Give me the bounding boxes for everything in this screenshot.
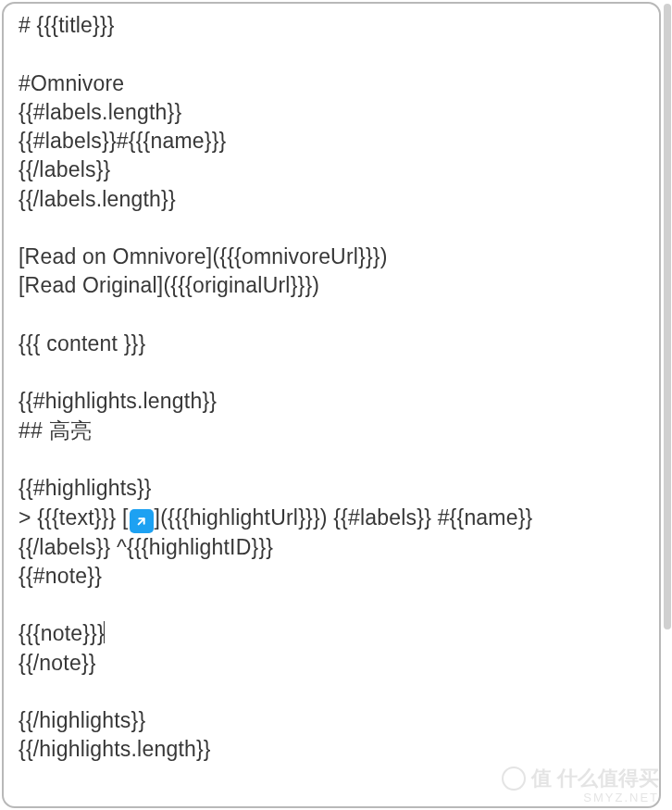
template-line: #Omnivore [19, 71, 124, 95]
template-line: {{#labels}}#{{{name}}} [19, 129, 226, 153]
template-line: {{/labels}} [19, 157, 110, 181]
template-line: ## 高亮 [19, 418, 92, 442]
template-editor-box: # {{{title}}} #Omnivore {{#labels.length… [2, 2, 661, 808]
template-line: [Read Original]({{{originalUrl}}}) [19, 273, 319, 297]
link-arrow-icon [130, 509, 154, 533]
template-text: ]({{{highlightUrl}}}) {{#labels}} #{{nam… [155, 505, 533, 530]
scrollbar-track[interactable] [664, 4, 671, 806]
template-line: {{#note}} [19, 564, 102, 588]
template-line: {{/labels.length}} [19, 187, 176, 211]
template-line: {{/highlights.length}} [19, 737, 211, 761]
template-textarea[interactable]: # {{{title}}} #Omnivore {{#labels.length… [4, 4, 659, 806]
template-line: {{#highlights}} [19, 476, 152, 500]
template-line: {{/note}} [19, 651, 96, 675]
template-line: [Read on Omnivore]({{{omnivoreUrl}}}) [19, 244, 388, 268]
text-cursor [104, 621, 105, 643]
template-line: {{/labels}} ^{{{highlightID}}} [19, 535, 273, 559]
template-line: {{{note}}} [19, 621, 105, 645]
template-text: > {{{text}}} [ [19, 505, 129, 530]
template-line: {{/highlights}} [19, 708, 145, 732]
template-line: # {{{title}}} [19, 13, 115, 37]
template-line: {{{ content }}} [19, 331, 145, 355]
template-line: {{#labels.length}} [19, 100, 181, 124]
template-line: {{#highlights.length}} [19, 389, 217, 413]
scrollbar-thumb[interactable] [664, 4, 671, 629]
